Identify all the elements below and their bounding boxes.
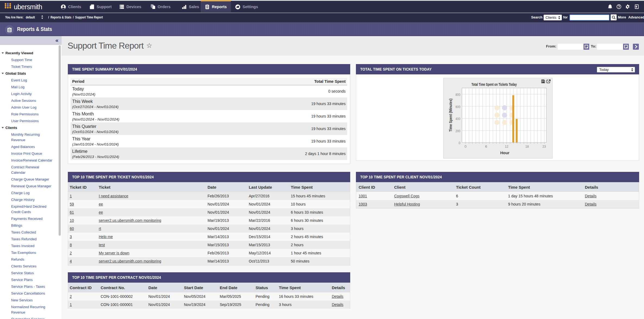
svg-text:400: 400 [455,117,460,121]
svg-text:Hour: Hour [500,151,510,155]
svg-text:Total Time Spent on Tickets To: Total Time Spent on Tickets Today [471,82,517,87]
svg-text:600: 600 [455,105,460,109]
svg-text:200: 200 [455,129,460,133]
svg-text:0: 0 [459,141,461,145]
svg-text:6: 6 [485,144,487,149]
svg-text:Time Spent (Minutes): Time Spent (Minutes) [448,99,453,132]
svg-text:12: 12 [505,144,508,149]
svg-text:800: 800 [455,93,460,97]
svg-text:18: 18 [525,144,529,149]
svg-text:23: 23 [543,144,546,149]
svg-text:0: 0 [464,144,467,149]
